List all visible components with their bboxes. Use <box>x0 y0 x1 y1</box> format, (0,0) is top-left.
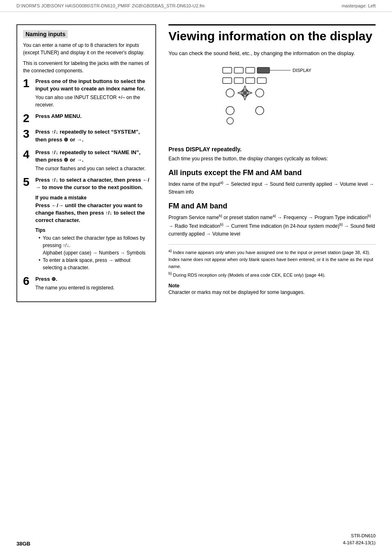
naming-inputs-title: Naming inputs <box>23 30 68 38</box>
step-4-content: Press ↑/↓ repeatedly to select “NAME IN”… <box>35 149 150 172</box>
content-area: Naming inputs You can enter a name of up… <box>0 12 392 319</box>
left-column: Naming inputs You can enter a name of up… <box>16 24 156 310</box>
svg-point-21 <box>227 118 233 124</box>
step-5-content: Press ↑/↓ to select a character, then pr… <box>35 176 150 271</box>
step-2-num: 2 <box>23 113 32 124</box>
top-bar: D:\NORM'S JOB\SONY HA\SO0086\STR-DN610_P… <box>0 0 392 12</box>
svg-point-19 <box>226 106 234 115</box>
press-display-title: Press DISPLAY repeatedly. <box>168 146 376 153</box>
tips-list: You can select the character type as fol… <box>35 234 150 271</box>
step-4-sub: The cursor flashes and you can select a … <box>35 166 145 171</box>
step-4-num: 4 <box>23 149 32 160</box>
note-title: Note <box>168 283 376 289</box>
note-section: Note Character or marks may not be displ… <box>168 283 376 296</box>
svg-text:DISPLAY: DISPLAY <box>293 68 311 73</box>
step-2-bold: Press AMP MENU. <box>35 113 150 120</box>
svg-rect-9 <box>257 78 266 83</box>
right-intro: You can check the sound field, etc., by … <box>168 49 376 58</box>
step-3-content: Press ↑/↓ repeatedly to select “SYSTEM”,… <box>35 128 150 144</box>
mistake-title: If you made a mistake <box>35 195 150 201</box>
tip-2: To enter a blank space, press → without … <box>39 257 150 271</box>
svg-point-10 <box>226 89 234 97</box>
step-3: 3 Press ↑/↓ repeatedly to select “SYSTEM… <box>23 128 150 144</box>
right-column: Viewing information on the display You c… <box>168 24 376 310</box>
remote-diagram-svg: DISPLAY <box>219 63 317 137</box>
step-5: 5 Press ↑/↓ to select a character, then … <box>23 176 150 271</box>
svg-rect-7 <box>234 78 243 83</box>
svg-rect-6 <box>223 78 232 83</box>
step-4: 4 Press ↑/↓ repeatedly to select “NAME I… <box>23 149 150 172</box>
step-5-num: 5 <box>23 176 32 188</box>
page: D:\NORM'S JOB\SONY HA\SO0086\STR-DN610_P… <box>0 0 392 555</box>
svg-rect-0 <box>223 67 232 73</box>
step-5-bold: Press ↑/↓ to select a character, then pr… <box>35 176 150 191</box>
step-1: 1 Press one of the input buttons to sele… <box>23 78 150 109</box>
naming-inputs-box: Naming inputs You can enter a name of up… <box>16 24 156 302</box>
step-3-bold: Press ↑/↓ repeatedly to select “SYSTEM”,… <box>35 128 150 143</box>
box-desc1: You can enter a name of up to 8 characte… <box>23 42 150 56</box>
right-title: Viewing information on the display <box>168 24 376 44</box>
step-6-content: Press ⊕. The name you entered is registe… <box>35 275 150 291</box>
display-diagram: DISPLAY <box>168 63 376 139</box>
svg-point-20 <box>256 106 264 115</box>
svg-rect-8 <box>246 78 255 83</box>
step-1-content: Press one of the input buttons to select… <box>35 78 150 109</box>
step-2: 2 Press AMP MENU. <box>23 113 150 124</box>
svg-rect-2 <box>246 67 255 73</box>
step-4-bold: Press ↑/↓ repeatedly to select “NAME IN”… <box>35 149 150 164</box>
fm-am-title: FM and AM band <box>168 202 376 210</box>
top-bar-right: masterpage: Left <box>341 3 376 8</box>
step-3-num: 3 <box>23 128 32 140</box>
footnote-a: a) Index name appears only when you have… <box>168 248 376 271</box>
step-6: 6 Press ⊕. The name you entered is regis… <box>23 275 150 291</box>
step-1-num: 1 <box>23 78 32 89</box>
model-code: 4-167-824-13(1) <box>343 540 376 545</box>
diagram-container: DISPLAY <box>219 63 325 139</box>
fm-am-text: Program Service nameb) or preset station… <box>168 213 376 238</box>
all-inputs-title: All inputs except the FM and AM band <box>168 169 376 177</box>
note-text: Character or marks may not be displayed … <box>168 289 376 296</box>
page-number: 38GB <box>16 541 30 547</box>
model-name: STR-DN610 <box>351 533 376 538</box>
step-1-sub: You can also use INPUT SELECTOR +/– on t… <box>35 95 140 108</box>
svg-rect-3 <box>257 67 270 73</box>
model-info: STR-DN610 4-167-824-13(1) <box>343 532 376 547</box>
svg-rect-1 <box>234 67 243 73</box>
step-6-sub: The name you entered is registered. <box>35 285 115 291</box>
tip-1: You can select the character type as fol… <box>39 234 150 257</box>
press-display-text: Each time you press the button, the disp… <box>168 155 376 163</box>
footnotes: a) Index name appears only when you have… <box>168 244 376 279</box>
footnote-b: b) During RDS reception only (Models of … <box>168 271 376 279</box>
step-6-bold: Press ⊕. <box>35 275 150 283</box>
step-1-bold: Press one of the input buttons to select… <box>35 78 150 92</box>
page-footer: 38GB STR-DN610 4-167-824-13(1) <box>0 532 392 547</box>
mistake-text: Press ←/→ until the character you want t… <box>35 202 150 224</box>
box-desc2: This is convenient for labeling the jack… <box>23 60 150 74</box>
svg-point-11 <box>256 89 264 97</box>
top-bar-left: D:\NORM'S JOB\SONY HA\SO0086\STR-DN610_P… <box>16 3 205 8</box>
tips-title: Tips <box>35 227 150 233</box>
all-inputs-text: Index name of the inputa) → Selected inp… <box>168 180 376 196</box>
step-6-num: 6 <box>23 275 32 287</box>
step-2-content: Press AMP MENU. <box>35 113 150 121</box>
